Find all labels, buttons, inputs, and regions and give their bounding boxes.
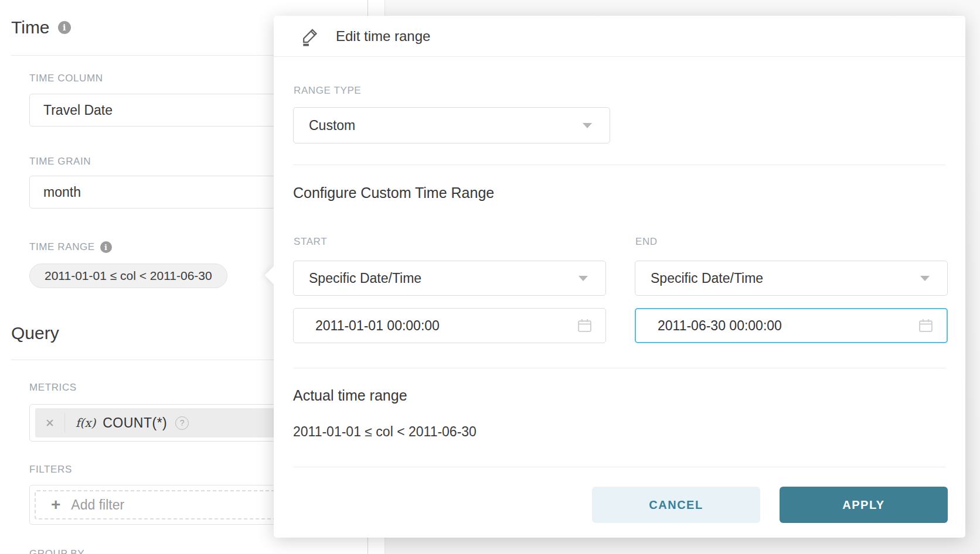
- info-icon[interactable]: i: [100, 241, 112, 253]
- popover-arrow: [264, 266, 283, 284]
- chevron-down-icon: [583, 123, 592, 128]
- chevron-down-icon: [920, 276, 930, 281]
- time-range-pill[interactable]: 2011-01-01 ≤ col < 2011-06-30: [29, 264, 227, 288]
- footer-divider: [293, 467, 945, 467]
- start-datetime-input[interactable]: 2011-01-01 00:00:00: [293, 308, 606, 343]
- explore-view: Time i TIME COLUMN Travel Date TIME GRAI…: [0, 0, 980, 554]
- time-column-value: Travel Date: [30, 102, 113, 118]
- chevron-down-icon: [579, 276, 588, 281]
- end-datetime-input[interactable]: 2011-06-30 00:00:00: [635, 308, 948, 343]
- add-filter-label: Add filter: [71, 497, 124, 513]
- popover-title: Edit time range: [336, 28, 430, 45]
- end-mode-select[interactable]: Specific Date/Time: [635, 261, 948, 296]
- popover-header: Edit time range: [274, 16, 965, 57]
- time-column-label: TIME COLUMN: [29, 73, 103, 84]
- range-type-select[interactable]: Custom: [293, 107, 610, 143]
- time-section-heading: Time i: [11, 18, 71, 37]
- calendar-icon[interactable]: [577, 318, 593, 334]
- configure-section-title: Configure Custom Time Range: [293, 184, 494, 201]
- range-type-value: Custom: [294, 118, 355, 134]
- popover-divider: [293, 165, 945, 165]
- end-datetime-value: 2011-06-30 00:00:00: [636, 318, 782, 334]
- popover-divider: [293, 368, 945, 368]
- time-range-pill-text: 2011-01-01 ≤ col < 2011-06-30: [45, 269, 212, 283]
- actual-range-value: 2011-01-01 ≤ col < 2011-06-30: [293, 424, 477, 440]
- cancel-button[interactable]: CANCEL: [592, 487, 760, 523]
- info-icon[interactable]: i: [58, 21, 71, 34]
- query-section-title: Query: [11, 323, 59, 343]
- help-icon[interactable]: ?: [175, 416, 189, 430]
- plus-icon: +: [51, 495, 60, 514]
- metric-name: COUNT(*): [103, 415, 167, 431]
- range-type-label: RANGE TYPE: [294, 85, 361, 97]
- remove-metric-icon[interactable]: ✕: [35, 416, 64, 430]
- actual-range-title: Actual time range: [293, 387, 407, 404]
- group-by-label: GROUP BY: [29, 548, 84, 554]
- filters-label: FILTERS: [29, 464, 72, 476]
- end-label: END: [635, 236, 658, 248]
- apply-button[interactable]: APPLY: [780, 487, 948, 523]
- chip-separator: [64, 413, 65, 433]
- start-label: START: [294, 236, 327, 248]
- time-section-title: Time: [11, 18, 50, 37]
- start-mode-select[interactable]: Specific Date/Time: [293, 261, 606, 296]
- start-mode-value: Specific Date/Time: [294, 271, 421, 286]
- edit-time-range-popover: Edit time range RANGE TYPE Custom Config…: [274, 16, 965, 538]
- time-grain-label: TIME GRAIN: [29, 156, 91, 167]
- metrics-label: METRICS: [29, 382, 77, 394]
- calendar-icon[interactable]: [918, 318, 934, 334]
- pencil-icon: [300, 26, 321, 47]
- time-range-label: TIME RANGE i: [29, 241, 112, 253]
- query-section-heading: Query: [11, 323, 59, 343]
- function-icon: f(x): [76, 416, 96, 430]
- start-datetime-value: 2011-01-01 00:00:00: [294, 318, 440, 334]
- time-grain-value: month: [30, 184, 81, 200]
- end-mode-value: Specific Date/Time: [635, 271, 763, 286]
- time-range-label-text: TIME RANGE: [29, 241, 95, 253]
